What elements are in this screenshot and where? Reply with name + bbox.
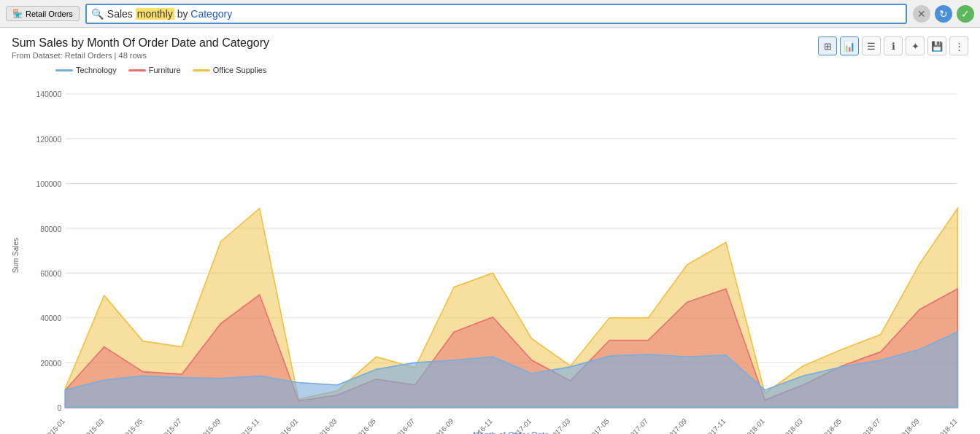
svg-text:2015-11: 2015-11 [237, 416, 261, 434]
search-word-monthly: monthly [136, 8, 174, 20]
more-button[interactable]: ⋮ [949, 36, 968, 55]
svg-text:40000: 40000 [40, 314, 61, 322]
search-icon: 🔍 [91, 8, 104, 20]
svg-text:140000: 140000 [36, 90, 61, 98]
table-view-button[interactable]: ⊞ [818, 36, 837, 55]
svg-text:2018-09: 2018-09 [898, 416, 921, 434]
x-axis-title: Month of Order Date [473, 430, 549, 434]
legend-furniture: Furniture [128, 66, 181, 74]
save-button[interactable]: ✓ [957, 5, 974, 23]
list-view-button[interactable]: ☰ [862, 36, 881, 55]
retail-orders-button[interactable]: 🏪 Retail Orders [6, 6, 80, 21]
svg-text:2017-03: 2017-03 [548, 416, 571, 434]
chart-title: Sum Sales by Month Of Order Date and Cat… [12, 36, 269, 50]
svg-text:20000: 20000 [40, 358, 61, 367]
svg-text:2017-11: 2017-11 [703, 416, 727, 434]
info-button[interactable]: ℹ [884, 36, 903, 55]
search-word-by: by [174, 8, 191, 20]
svg-text:2016-07: 2016-07 [393, 416, 416, 434]
svg-text:2015-09: 2015-09 [198, 416, 222, 434]
store-icon: 🏪 [12, 9, 23, 18]
close-button[interactable]: ✕ [913, 5, 930, 23]
legend-technology: Technology [55, 66, 117, 74]
content-area: Sum Sales by Month Of Order Date and Cat… [0, 28, 980, 434]
chart-header: Sum Sales by Month Of Order Date and Cat… [12, 36, 968, 60]
top-bar: 🏪 Retail Orders 🔍 Sales monthly by Categ… [0, 0, 980, 28]
search-bar[interactable]: 🔍 Sales monthly by Category [85, 4, 907, 24]
svg-text:2017-09: 2017-09 [665, 416, 688, 434]
pin-button[interactable]: ✦ [906, 36, 925, 55]
svg-text:2018-07: 2018-07 [858, 416, 881, 434]
svg-text:2017-07: 2017-07 [626, 416, 649, 434]
svg-text:2015-03: 2015-03 [82, 416, 105, 434]
svg-text:0: 0 [57, 403, 61, 412]
svg-text:2015-07: 2015-07 [160, 416, 183, 434]
retail-orders-label: Retail Orders [26, 9, 73, 18]
toolbar-icons: ⊞ 📊 ☰ ℹ ✦ 💾 ⋮ [818, 36, 968, 55]
legend-office-supplies: Office Supplies [193, 66, 267, 74]
chart-container: Sum Sales 140000 120000 [12, 77, 968, 434]
search-text: Sales monthly by Category [107, 8, 232, 20]
save-chart-button[interactable]: 💾 [927, 36, 946, 55]
svg-text:2018-01: 2018-01 [743, 416, 766, 434]
legend-technology-label: Technology [76, 66, 117, 74]
svg-text:2018-03: 2018-03 [781, 416, 804, 434]
svg-text:2016-03: 2016-03 [315, 416, 339, 434]
svg-text:100000: 100000 [36, 179, 61, 188]
svg-text:2016-01: 2016-01 [277, 416, 300, 434]
chart-inner: 140000 120000 100000 80000 60000 40000 [23, 77, 968, 434]
legend-furniture-color [128, 69, 146, 71]
chart-subtitle: From Dataset: Retail Orders | 48 rows [12, 51, 269, 60]
chart-title-group: Sum Sales by Month Of Order Date and Cat… [12, 36, 269, 60]
chart-legend: Technology Furniture Office Supplies [55, 66, 968, 74]
top-bar-right: ✕ ↻ ✓ [913, 5, 974, 23]
legend-office-supplies-label: Office Supplies [213, 66, 267, 74]
chart-svg: 140000 120000 100000 80000 60000 40000 [23, 77, 968, 434]
svg-text:120000: 120000 [36, 134, 61, 143]
svg-text:2015-01: 2015-01 [43, 416, 66, 434]
y-axis-label: Sum Sales [12, 238, 23, 273]
legend-furniture-label: Furniture [149, 66, 181, 74]
refresh-button[interactable]: ↻ [935, 5, 952, 23]
svg-text:60000: 60000 [40, 269, 61, 278]
legend-office-supplies-color [193, 69, 210, 71]
svg-text:2018-05: 2018-05 [819, 416, 843, 434]
search-word-category: Category [190, 8, 232, 20]
svg-text:2018-11: 2018-11 [935, 416, 959, 434]
search-word-sales: Sales [107, 8, 136, 20]
bar-chart-button[interactable]: 📊 [840, 36, 859, 55]
svg-text:2016-05: 2016-05 [354, 416, 377, 434]
svg-text:80000: 80000 [40, 224, 61, 233]
svg-text:2017-05: 2017-05 [587, 416, 611, 434]
svg-text:2015-05: 2015-05 [121, 416, 144, 434]
legend-technology-color [55, 69, 73, 71]
svg-text:2016-09: 2016-09 [432, 416, 455, 434]
